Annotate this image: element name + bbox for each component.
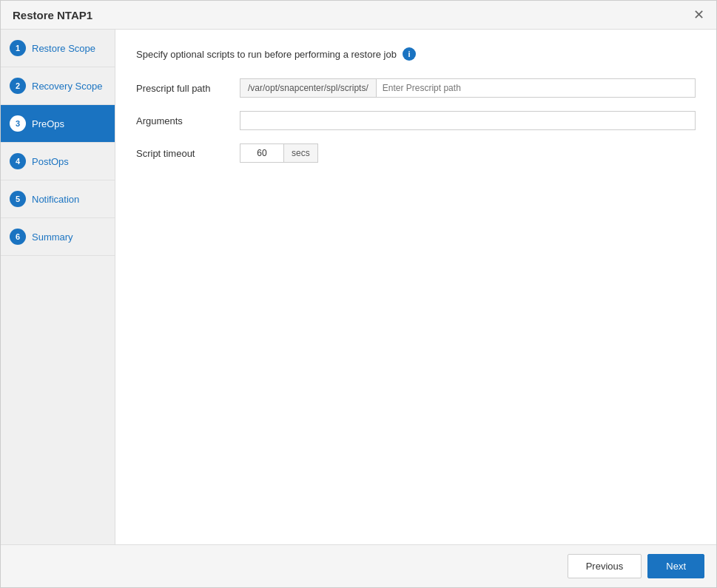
main-content: Specify optional scripts to run before p… [115, 30, 716, 544]
close-icon: ✕ [693, 7, 704, 22]
sidebar-item-label-4: PostOps [32, 156, 69, 167]
section-description: Specify optional scripts to run before p… [136, 47, 696, 61]
description-text: Specify optional scripts to run before p… [136, 49, 397, 60]
sidebar-item-label-2: Recovery Scope [32, 81, 102, 92]
sidebar: 1 Restore Scope 2 Recovery Scope 3 PreOp… [1, 30, 115, 544]
sidebar-item-summary[interactable]: 6 Summary [1, 218, 115, 256]
arguments-row: Arguments [136, 111, 696, 130]
timeout-label: Script timeout [136, 148, 240, 159]
info-icon[interactable]: i [403, 47, 416, 61]
timeout-group: secs [240, 143, 318, 163]
timeout-row: Script timeout secs [136, 143, 696, 163]
sidebar-item-notification[interactable]: 5 Notification [1, 180, 115, 218]
close-button[interactable]: ✕ [693, 8, 704, 21]
prescript-prefix: /var/opt/snapcenter/spl/scripts/ [240, 78, 376, 98]
timeout-unit: secs [284, 143, 318, 163]
step-circle-6: 6 [10, 229, 26, 245]
dialog-body: 1 Restore Scope 2 Recovery Scope 3 PreOp… [1, 30, 716, 544]
prescript-label: Prescript full path [136, 83, 240, 94]
step-circle-4: 4 [10, 153, 26, 169]
sidebar-item-preops[interactable]: 3 PreOps [1, 105, 115, 143]
step-circle-2: 2 [10, 78, 26, 94]
prescript-control-group: /var/opt/snapcenter/spl/scripts/ [240, 78, 696, 98]
restore-dialog: Restore NTAP1 ✕ 1 Restore Scope 2 Recove… [0, 0, 717, 588]
dialog-header: Restore NTAP1 ✕ [1, 1, 716, 30]
prescript-input[interactable] [376, 78, 696, 98]
sidebar-item-postops[interactable]: 4 PostOps [1, 143, 115, 180]
arguments-input[interactable] [240, 111, 696, 130]
step-circle-1: 1 [10, 40, 26, 56]
arguments-control-group [240, 111, 696, 130]
prescript-row: Prescript full path /var/opt/snapcenter/… [136, 78, 696, 98]
next-button[interactable]: Next [647, 554, 704, 578]
sidebar-item-label-6: Summary [32, 232, 73, 243]
arguments-label: Arguments [136, 115, 240, 126]
dialog-title: Restore NTAP1 [13, 9, 92, 21]
dialog-footer: Previous Next [1, 544, 716, 587]
sidebar-item-label-3: PreOps [32, 118, 64, 129]
sidebar-item-label-5: Notification [32, 194, 79, 205]
previous-button[interactable]: Previous [568, 554, 642, 578]
sidebar-item-label-1: Restore Scope [32, 43, 95, 54]
sidebar-item-restore-scope[interactable]: 1 Restore Scope [1, 30, 115, 67]
step-circle-5: 5 [10, 191, 26, 207]
timeout-input[interactable] [240, 143, 284, 163]
step-circle-3: 3 [10, 115, 26, 132]
sidebar-item-recovery-scope[interactable]: 2 Recovery Scope [1, 67, 115, 105]
